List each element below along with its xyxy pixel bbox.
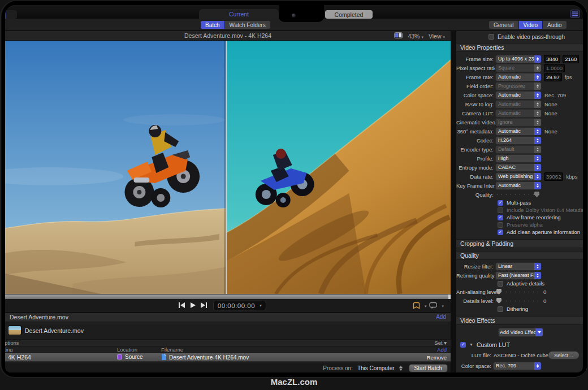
column-location: Location: [117, 346, 137, 353]
disclosure-triangle-icon[interactable]: ▼: [469, 343, 473, 346]
dropdown[interactable]: Automatic: [496, 73, 541, 81]
effect-checkbox[interactable]: ✓: [460, 342, 466, 348]
preview-image[interactable]: [5, 41, 451, 294]
field-label: Data rate:: [456, 174, 496, 180]
select-lut-button[interactable]: Select…: [548, 352, 579, 359]
process-on-value[interactable]: This Computer: [357, 365, 395, 371]
play-button[interactable]: [189, 302, 196, 309]
field-label: Frame rate:: [456, 74, 496, 80]
dropdown[interactable]: Automatic: [496, 92, 541, 99]
source-clip-row[interactable]: Desert Adventure.mov: [5, 322, 451, 340]
chevron-down-icon[interactable]: ▾: [425, 304, 427, 309]
section-cropping-padding[interactable]: Cropping & Padding: [456, 239, 583, 248]
field-label: Field order:: [456, 83, 496, 89]
marker-icon[interactable]: [413, 302, 420, 310]
add-output-link[interactable]: Add: [436, 314, 446, 320]
value-suffix: Rec. 709: [544, 92, 566, 98]
zoom-menu[interactable]: 43%▾: [408, 33, 423, 40]
checkbox[interactable]: ✓: [498, 200, 503, 206]
output-row-selected[interactable]: 4K H264 Source Desert Adventure-4K H264.…: [5, 353, 451, 362]
slider-thumb[interactable]: [496, 298, 501, 304]
property-row: Field order:Progressive: [456, 81, 583, 90]
checkbox[interactable]: [498, 281, 503, 287]
annotation-icon[interactable]: [429, 302, 437, 310]
timeline-scrubber[interactable]: [5, 294, 451, 299]
value-field[interactable]: 2160: [563, 55, 578, 63]
output-filename: Desert Adventure-4K H264.mov: [169, 354, 249, 361]
property-row: Resize filter:Linear: [456, 262, 583, 271]
tab-watch-folders[interactable]: Watch Folders: [225, 21, 270, 29]
pass-through-label: Enable video pass-through: [498, 34, 565, 40]
stepper-icon: [534, 155, 541, 162]
value-field[interactable]: 29.97: [544, 73, 561, 81]
tab-audio-label: Audio: [547, 22, 562, 28]
stepper-icon[interactable]: [399, 366, 403, 371]
tab-video[interactable]: Video: [519, 21, 542, 29]
checkbox[interactable]: ✓: [498, 229, 503, 235]
dropdown: Automatic: [496, 110, 541, 117]
chevron-down-icon[interactable]: ▾: [442, 304, 444, 309]
property-row: Frame size:Up to 4096 x 230438402160: [456, 54, 583, 63]
next-frame-button[interactable]: [200, 302, 207, 308]
tab-completed[interactable]: Completed: [325, 10, 373, 19]
set-menu-label: Set: [434, 340, 442, 346]
field-label: Cinematic Video:: [456, 119, 496, 125]
active-tasks-icon[interactable]: [570, 10, 580, 19]
slider[interactable]: [496, 297, 540, 304]
checkbox-row: Adaptive details: [456, 280, 583, 287]
dropdown[interactable]: Automatic: [496, 182, 541, 189]
tab-batch[interactable]: Batch: [201, 21, 224, 29]
view-menu[interactable]: View▾: [429, 33, 445, 40]
field-label: Quality:: [456, 192, 496, 198]
inspector-tab-switcher: General Video Audio: [489, 21, 567, 29]
dropdown[interactable]: Linear: [496, 263, 541, 270]
captions-set-menu[interactable]: Set ▾: [434, 340, 447, 346]
checkbox-row: ✓Add clean aperture information: [456, 228, 583, 236]
stepper-icon: [534, 92, 541, 99]
dropdown[interactable]: CABAC: [496, 164, 541, 171]
window-controls[interactable]: [5, 10, 17, 19]
value-suffix: kbps: [566, 174, 577, 180]
add-video-effect-button[interactable]: Add Video Effect: [499, 328, 543, 336]
dropdown-value: Ignore: [496, 119, 534, 126]
checkbox[interactable]: [488, 34, 494, 40]
checkbox: [498, 207, 503, 213]
clip-thumbnail[interactable]: [8, 326, 21, 335]
dropdown[interactable]: Web publishing: [496, 173, 541, 180]
checkbox[interactable]: [498, 306, 503, 312]
dropdown[interactable]: High: [496, 155, 541, 162]
start-batch-button[interactable]: Start Batch: [409, 365, 447, 372]
dropdown[interactable]: Automatic: [496, 128, 541, 135]
slider[interactable]: [496, 288, 540, 295]
dropdown[interactable]: H.264: [496, 137, 541, 144]
dropdown[interactable]: Up to 4096 x 2304: [496, 55, 541, 63]
section-title: Cropping & Padding: [460, 240, 513, 247]
tab-audio[interactable]: Audio: [543, 21, 567, 29]
effect-color-space-dropdown[interactable]: Rec. 709: [494, 362, 541, 370]
checkbox-label: Dithering: [507, 306, 528, 312]
slider-thumb[interactable]: [496, 289, 501, 294]
value-field: 1.0000: [544, 64, 564, 72]
dropdown[interactable]: Fast (Nearest Frame): [496, 272, 541, 279]
tab-current-label: Current: [229, 11, 249, 18]
batch-panel: Desert Adventure.mov Add Desert Adventur…: [5, 313, 451, 372]
property-row: Data rate:Web publishing39062kbps: [456, 172, 583, 181]
previous-frame-button[interactable]: [178, 302, 185, 308]
add-setting-link[interactable]: Add: [437, 346, 447, 353]
view-menu-label: View: [429, 33, 442, 40]
section-video-properties: Video Properties: [456, 43, 583, 52]
section-title: Video Effects: [460, 317, 495, 324]
value-field[interactable]: 3840: [544, 55, 560, 63]
split-view-icon[interactable]: [394, 32, 403, 40]
tab-current[interactable]: Current: [199, 9, 279, 19]
remove-output-button[interactable]: Remove: [427, 354, 447, 361]
checkbox[interactable]: ✓: [498, 215, 503, 220]
property-row: Pixel aspect ratio:Square1.0000: [456, 63, 583, 72]
field-label: Details level:: [456, 298, 496, 304]
dropdown-value: Automatic: [496, 128, 534, 135]
tab-general[interactable]: General: [489, 21, 518, 29]
property-row: Quality:: [456, 190, 583, 199]
property-row: Key Frame Interval:Automatic: [456, 181, 583, 190]
dropdown-value: Linear: [496, 263, 534, 270]
timecode-field[interactable]: 00:00:00:00 ▾: [213, 301, 266, 310]
